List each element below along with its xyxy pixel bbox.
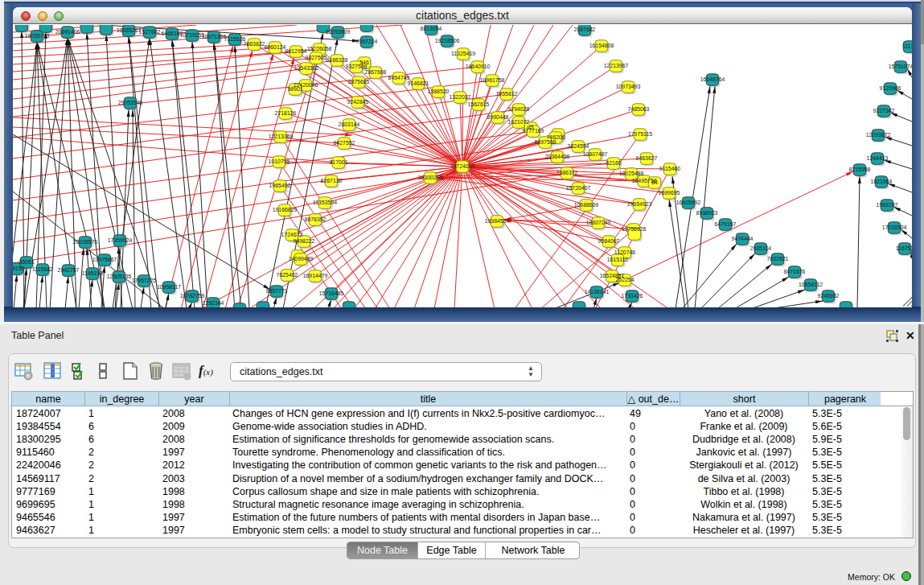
svg-text:1562615: 1562615 <box>468 101 490 107</box>
svg-text:3824554: 3824554 <box>568 143 589 149</box>
svg-text:11325419: 11325419 <box>451 51 475 56</box>
svg-text:2867608: 2867608 <box>365 69 387 75</box>
svg-text:9084067: 9084067 <box>598 238 620 244</box>
svg-text:7625402: 7625402 <box>277 272 298 278</box>
svg-text:14099489: 14099489 <box>289 256 314 262</box>
svg-text:9699695: 9699695 <box>659 190 680 196</box>
svg-text:1615112: 1615112 <box>607 257 628 262</box>
svg-text:16914479: 16914479 <box>303 273 328 278</box>
svg-text:2803144: 2803144 <box>339 122 360 127</box>
svg-text:62160: 62160 <box>606 160 621 166</box>
svg-text:7386372: 7386372 <box>556 170 578 175</box>
svg-text:20206576: 20206576 <box>73 239 98 245</box>
svg-text:9115460: 9115460 <box>659 166 680 171</box>
svg-text:15716485: 15716485 <box>319 290 344 296</box>
svg-text:9498222: 9498222 <box>294 238 315 244</box>
svg-text:17359924: 17359924 <box>108 237 133 243</box>
svg-text:19756928: 19756928 <box>622 226 647 232</box>
svg-text:7357224: 7357224 <box>356 39 378 44</box>
svg-text:84: 84 <box>651 179 658 185</box>
svg-text:10025488: 10025488 <box>619 171 644 176</box>
svg-text:8912954: 8912954 <box>285 48 307 54</box>
svg-text:17975115: 17975115 <box>628 131 652 137</box>
svg-text:16154808: 16154808 <box>589 43 614 48</box>
svg-text:18807249: 18807249 <box>586 220 611 225</box>
svg-text:8990448: 8990448 <box>487 114 509 120</box>
svg-text:1322037: 1322037 <box>450 94 471 100</box>
svg-text:18300295: 18300295 <box>418 175 443 180</box>
svg-text:3875685: 3875685 <box>348 79 370 84</box>
svg-text:1621064: 1621064 <box>871 179 893 184</box>
svg-text:1621072: 1621072 <box>508 119 530 125</box>
svg-text:9327508: 9327508 <box>346 64 368 69</box>
svg-text:98901: 98901 <box>287 86 302 92</box>
svg-text:19166829: 19166829 <box>273 207 298 212</box>
svg-text:1292344: 1292344 <box>203 300 224 306</box>
svg-text:12505135: 12505135 <box>107 274 132 279</box>
svg-text:19218506: 19218506 <box>435 38 460 43</box>
svg-text:10654112: 10654112 <box>799 282 823 287</box>
svg-text:19975867: 19975867 <box>92 257 117 262</box>
svg-text:9794028: 9794028 <box>508 106 530 112</box>
svg-text:18640910: 18640910 <box>466 64 491 69</box>
svg-text:1965492: 1965492 <box>269 183 291 188</box>
svg-text:9463627: 9463627 <box>636 155 658 161</box>
svg-text:8960124: 8960124 <box>265 44 286 50</box>
svg-text:8186328: 8186328 <box>326 57 348 63</box>
svg-text:6897568: 6897568 <box>535 139 556 145</box>
svg-text:18724007: 18724007 <box>450 163 475 169</box>
svg-text:8267130: 8267130 <box>321 178 343 183</box>
svg-text:1120746: 1120746 <box>614 249 635 255</box>
svg-text:15720407: 15720407 <box>566 185 591 191</box>
svg-text:1724672: 1724672 <box>281 232 303 237</box>
svg-text:19384554: 19384554 <box>485 218 510 224</box>
svg-text:19654923: 19654923 <box>627 201 652 207</box>
svg-text:8215958: 8215958 <box>849 167 871 172</box>
svg-text:1969297: 1969297 <box>877 202 898 208</box>
svg-text:9146821: 9146821 <box>408 80 429 86</box>
svg-text:317001: 317001 <box>330 159 348 165</box>
svg-text:12213967: 12213967 <box>604 63 629 68</box>
svg-text:12093872: 12093872 <box>866 132 891 138</box>
svg-text:16648764: 16648764 <box>700 76 725 82</box>
svg-text:11353594: 11353594 <box>313 200 337 205</box>
svg-text:20364436: 20364436 <box>545 154 570 159</box>
svg-text:9242845: 9242845 <box>347 99 369 105</box>
svg-text:10958117: 10958117 <box>157 284 181 290</box>
svg-text:1115682: 1115682 <box>32 266 53 272</box>
svg-text:7485063: 7485063 <box>628 106 650 112</box>
svg-text:252254: 252254 <box>616 277 634 282</box>
svg-text:17957225: 17957225 <box>132 278 157 283</box>
svg-text:39159: 39159 <box>13 266 25 271</box>
svg-text:116753: 116753 <box>896 245 912 251</box>
svg-text:1588520: 1588520 <box>428 89 450 94</box>
svg-text:16053809: 16053809 <box>326 29 351 35</box>
svg-text:9245652: 9245652 <box>818 293 840 299</box>
svg-text:8813054: 8813054 <box>421 26 442 31</box>
svg-text:9327505: 9327505 <box>306 55 327 60</box>
svg-text:16782759: 16782759 <box>180 293 205 299</box>
svg-text:7663822: 7663822 <box>244 41 265 47</box>
svg-text:7955812: 7955812 <box>496 91 518 97</box>
svg-text:1010755: 1010755 <box>269 159 290 164</box>
svg-text:2942757: 2942757 <box>58 267 80 273</box>
svg-text:10973493: 10973493 <box>616 84 641 89</box>
svg-text:15751074: 15751074 <box>889 64 912 69</box>
svg-text:10688609: 10688609 <box>574 202 599 208</box>
svg-text:9227342: 9227342 <box>873 108 895 113</box>
svg-text:20691406: 20691406 <box>55 29 80 35</box>
svg-text:14136141: 14136141 <box>585 289 610 295</box>
svg-text:8454749: 8454749 <box>388 75 410 80</box>
svg-text:29053546: 29053546 <box>118 100 143 105</box>
svg-text:19055713: 19055713 <box>25 33 50 39</box>
svg-text:8471676: 8471676 <box>784 269 806 274</box>
svg-text:9474444: 9474444 <box>732 236 754 241</box>
svg-text:1733426: 1733426 <box>622 293 643 299</box>
svg-text:35061: 35061 <box>18 259 34 265</box>
svg-text:17016504: 17016504 <box>882 225 907 230</box>
svg-text:10655267: 10655267 <box>117 27 142 33</box>
svg-text:10543382: 10543382 <box>294 65 319 71</box>
svg-text:2718126: 2718126 <box>275 110 297 116</box>
svg-text:9129966: 9129966 <box>880 85 901 91</box>
svg-text:11172: 11172 <box>902 43 912 49</box>
